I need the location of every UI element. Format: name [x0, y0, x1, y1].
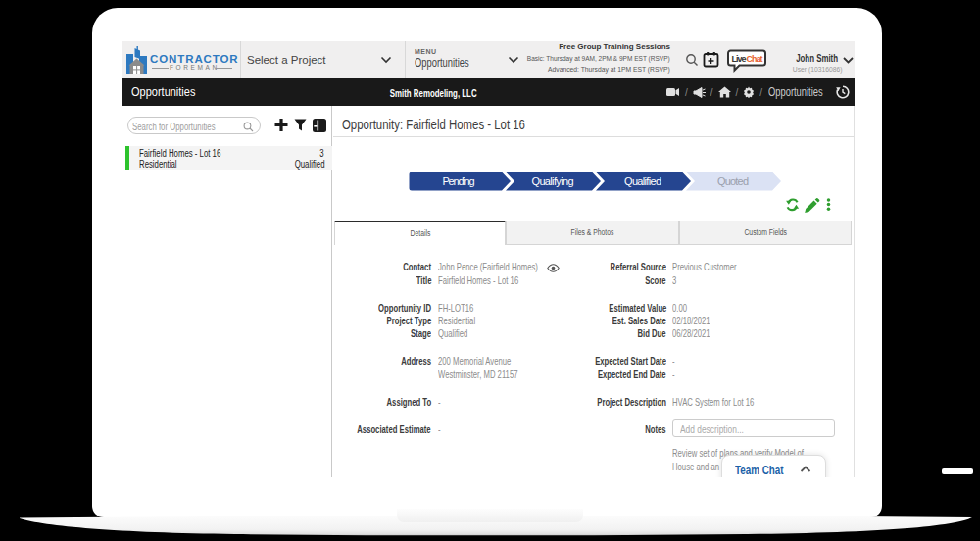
svg-text:Live: Live	[732, 54, 747, 64]
svg-text:Chat: Chat	[747, 54, 763, 64]
